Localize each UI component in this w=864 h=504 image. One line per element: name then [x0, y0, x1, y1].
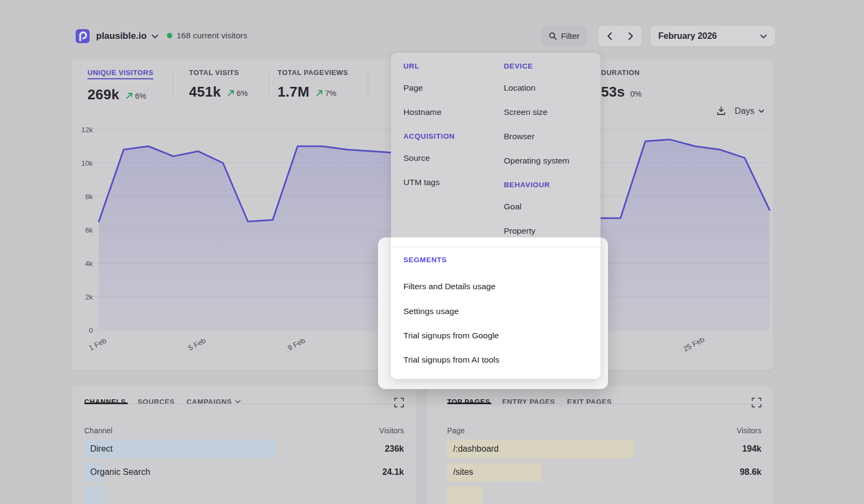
filter-option-page[interactable]: Page: [403, 83, 423, 93]
row-bar: [84, 486, 105, 504]
filter-option-utm-tags[interactable]: UTM tags: [403, 178, 440, 187]
tab-sources[interactable]: SOURCES: [138, 398, 175, 406]
plausible-logo: [76, 29, 90, 43]
filter-group-segments: SEGMENTS: [403, 256, 447, 264]
chevron-down-icon: [760, 34, 767, 39]
svg-text:12k: 12k: [81, 126, 93, 134]
filter-option-goal[interactable]: Goal: [504, 202, 522, 212]
filter-option-source[interactable]: Source: [403, 153, 430, 163]
filter-group-device: DEVICE: [504, 62, 533, 70]
svg-text:1 Feb: 1 Feb: [87, 336, 108, 352]
svg-text:5 Feb: 5 Feb: [187, 336, 207, 352]
column-header-visitors: Visitors: [379, 426, 404, 435]
table-row[interactable]: /sites 98.6k: [447, 463, 761, 481]
filter-option-property[interactable]: Property: [504, 226, 536, 236]
tab-campaigns[interactable]: CAMPAIGNS: [187, 398, 241, 406]
svg-text:0: 0: [89, 326, 93, 335]
segment-trial-signups-from-google[interactable]: Trial signups from Google: [403, 331, 499, 340]
segment-filters-and-details-usage[interactable]: Filters and Details usage: [403, 282, 496, 291]
svg-text:25 Feb: 25 Feb: [682, 336, 706, 353]
row-label: /sites: [447, 467, 473, 477]
table-row[interactable]: /:dashboard 194k: [447, 440, 761, 458]
filter-group-url: URL: [403, 62, 420, 70]
row-bar: [84, 440, 276, 458]
tab-underline-track: [447, 404, 761, 404]
current-visitors-label: 168 current visitors: [177, 31, 247, 40]
row-value: 194k: [742, 444, 761, 454]
current-visitors[interactable]: 168 current visitors: [167, 31, 247, 40]
menu-divider: [391, 247, 600, 247]
date-range-picker[interactable]: February 2026: [651, 26, 775, 46]
filter-option-operating-system[interactable]: Operating system: [504, 156, 569, 166]
chevron-down-icon: [235, 400, 241, 404]
filter-group-behaviour: BEHAVIOUR: [504, 181, 550, 189]
pages-card: TOP PAGES ENTRY PAGES EXIT PAGES Page Vi…: [427, 386, 773, 504]
next-period-button[interactable]: [628, 32, 634, 40]
filter-option-location[interactable]: Location: [504, 83, 536, 93]
live-dot-icon: [167, 33, 172, 38]
tab-underline-track: [84, 404, 404, 404]
filter-option-browser[interactable]: Browser: [504, 132, 535, 141]
column-header-channel: Channel: [84, 426, 112, 435]
date-range-label: February 2026: [658, 31, 717, 41]
row-value: 236k: [384, 444, 404, 454]
row-label: Organic Search: [84, 467, 150, 477]
row-label: Direct: [84, 444, 113, 454]
chevron-down-icon: [151, 34, 159, 39]
svg-text:9 Feb: 9 Feb: [286, 336, 307, 352]
column-header-page: Page: [447, 426, 465, 435]
tab-active-underline: [84, 403, 128, 404]
channels-card: CHANNELS SOURCES CAMPAIGNS Channel Visit…: [71, 386, 417, 504]
filter-group-acquisition: ACQUISITION: [403, 132, 455, 140]
row-label: /:dashboard: [447, 444, 499, 454]
search-icon: [549, 32, 557, 40]
filter-dropdown-menu: URL Page Hostname ACQUISITION Source UTM…: [391, 53, 600, 379]
column-header-visitors: Visitors: [737, 426, 761, 435]
filter-button[interactable]: Filter: [542, 26, 586, 46]
chart-y-ticks: 02k4k6k8k10k12k: [81, 126, 93, 335]
site-switcher[interactable]: plausible.io: [76, 29, 159, 43]
expand-icon[interactable]: [394, 398, 404, 407]
prev-period-button[interactable]: [606, 32, 612, 40]
filter-option-hostname[interactable]: Hostname: [403, 107, 442, 117]
filter-button-label: Filter: [561, 31, 579, 41]
svg-text:2k: 2k: [85, 293, 93, 301]
segment-settings-usage[interactable]: Settings usage: [403, 307, 459, 316]
tab-entry-pages[interactable]: ENTRY PAGES: [502, 398, 555, 406]
expand-icon[interactable]: [752, 398, 761, 407]
svg-text:10k: 10k: [81, 159, 93, 167]
row-value: 24.1k: [382, 467, 404, 477]
table-row[interactable]: [84, 486, 404, 504]
filter-option-screen-size[interactable]: Screen size: [504, 107, 548, 117]
row-bar: [447, 486, 483, 504]
table-row[interactable]: [447, 486, 761, 504]
table-row[interactable]: Direct 236k: [84, 440, 404, 458]
tab-active-underline: [447, 403, 491, 404]
svg-text:8k: 8k: [85, 193, 93, 201]
site-name: plausible.io: [96, 31, 147, 42]
svg-text:6k: 6k: [85, 226, 93, 234]
date-nav-group: [598, 26, 642, 46]
tab-top-pages[interactable]: TOP PAGES: [447, 398, 490, 406]
tab-exit-pages[interactable]: EXIT PAGES: [567, 398, 612, 406]
svg-text:4k: 4k: [85, 260, 93, 268]
row-value: 98.6k: [740, 467, 761, 477]
tab-channels[interactable]: CHANNELS: [84, 398, 126, 406]
segment-trial-signups-from-ai-tools[interactable]: Trial signups from AI tools: [403, 355, 500, 365]
table-row[interactable]: Organic Search 24.1k: [84, 463, 404, 481]
